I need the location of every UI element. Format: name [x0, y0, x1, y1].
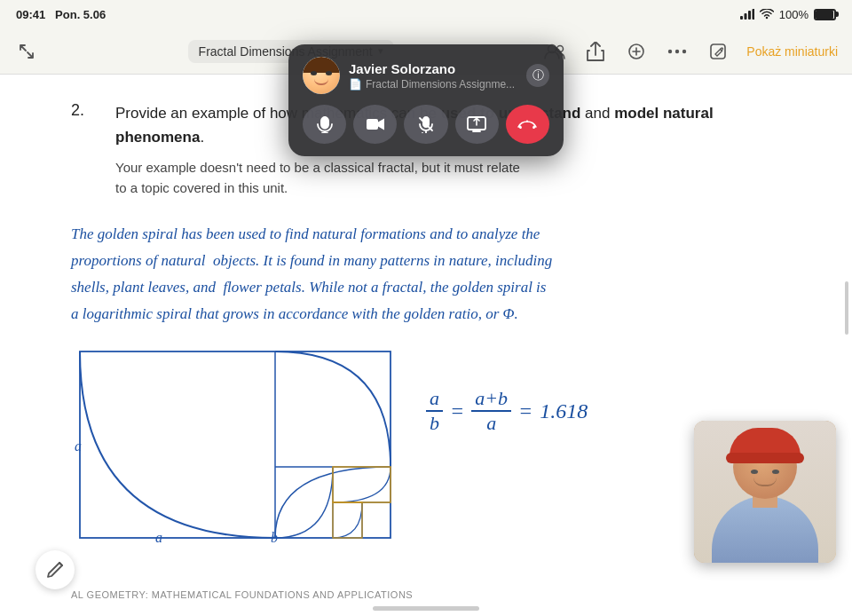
svg-point-9 — [682, 49, 686, 52]
collapse-button[interactable] — [14, 39, 39, 64]
self-video-thumbnail[interactable] — [694, 421, 836, 563]
markup-icon[interactable] — [624, 39, 649, 64]
toolbar-right: Pokaż miniaturki — [542, 39, 838, 64]
caller-details: Javier Solorzano 📄 Fractal Dimensions As… — [349, 61, 517, 91]
caller-avatar — [303, 57, 340, 94]
scroll-indicator — [845, 281, 848, 335]
caller-doc: 📄 Fractal Dimensions Assignme... — [349, 78, 517, 91]
home-indicator — [373, 606, 479, 611]
drawing-area: a a b — [71, 343, 799, 547]
svg-rect-11 — [80, 351, 390, 538]
math-formula: a b = a+b a = 1.618 — [426, 387, 588, 435]
handwritten-answer: The golden spiral has been used to find … — [71, 221, 799, 327]
bottom-label-text: AL GEOMETRY: MATHEMATICAL FOUNDATIONS AN… — [71, 589, 413, 600]
bottom-label: AL GEOMETRY: MATHEMATICAL FOUNDATIONS AN… — [71, 589, 413, 600]
golden-spiral-diagram: a a b — [71, 343, 399, 547]
doc-name-text: Fractal Dimensions Assignme... — [366, 78, 515, 91]
more-options-icon[interactable] — [665, 39, 690, 64]
toolbar-left — [14, 39, 39, 64]
svg-rect-24 — [367, 119, 378, 130]
pen-tool-button[interactable] — [36, 550, 75, 589]
edit-icon[interactable] — [706, 39, 730, 64]
facetime-info-button[interactable]: ⓘ — [526, 64, 549, 87]
facetime-controls — [303, 105, 549, 144]
show-thumbnails-button[interactable]: Pokaż miniaturki — [746, 44, 838, 59]
svg-rect-20 — [333, 467, 390, 502]
status-indicators: 100% — [740, 8, 836, 21]
status-date: Pon. 5.06 — [55, 8, 106, 21]
facetime-call-overlay: Javier Solorzano 📄 Fractal Dimensions As… — [288, 44, 564, 156]
question-line2: and — [580, 105, 614, 122]
facetime-mic-button[interactable] — [404, 105, 447, 144]
svg-rect-3 — [752, 9, 754, 20]
svg-text:a: a — [155, 530, 162, 545]
status-time: 09:41 — [16, 8, 45, 21]
facetime-screen-share-button[interactable] — [455, 105, 499, 144]
math-formula-area: a b = a+b a = 1.618 — [426, 343, 588, 435]
facetime-video-button[interactable] — [353, 105, 397, 144]
battery-icon — [814, 9, 836, 20]
facetime-end-call-button[interactable] — [506, 105, 549, 144]
svg-rect-1 — [744, 13, 746, 20]
signal-icon — [740, 9, 754, 20]
facetime-caller-info: Javier Solorzano 📄 Fractal Dimensions As… — [303, 57, 549, 94]
svg-rect-0 — [740, 16, 743, 20]
caller-name: Javier Solorzano — [349, 61, 517, 76]
doc-icon: 📄 — [349, 78, 362, 91]
status-bar: 09:41 Pon. 5.06 100% — [0, 0, 852, 28]
battery-percent: 100% — [779, 8, 809, 21]
share-icon[interactable] — [583, 39, 608, 64]
facetime-audio-button[interactable] — [303, 105, 346, 144]
svg-rect-2 — [748, 11, 751, 20]
user-video-feed — [694, 421, 836, 563]
question-subtext: Your example doesn't need to be a classi… — [115, 158, 799, 198]
question-line3: . — [200, 129, 204, 146]
status-time-date: 09:41 Pon. 5.06 — [16, 8, 106, 21]
wifi-icon — [760, 9, 774, 20]
svg-rect-21 — [333, 502, 362, 538]
svg-point-8 — [675, 49, 679, 52]
question-number: 2. — [71, 101, 98, 216]
svg-point-7 — [668, 49, 672, 52]
svg-text:a: a — [75, 438, 82, 454]
